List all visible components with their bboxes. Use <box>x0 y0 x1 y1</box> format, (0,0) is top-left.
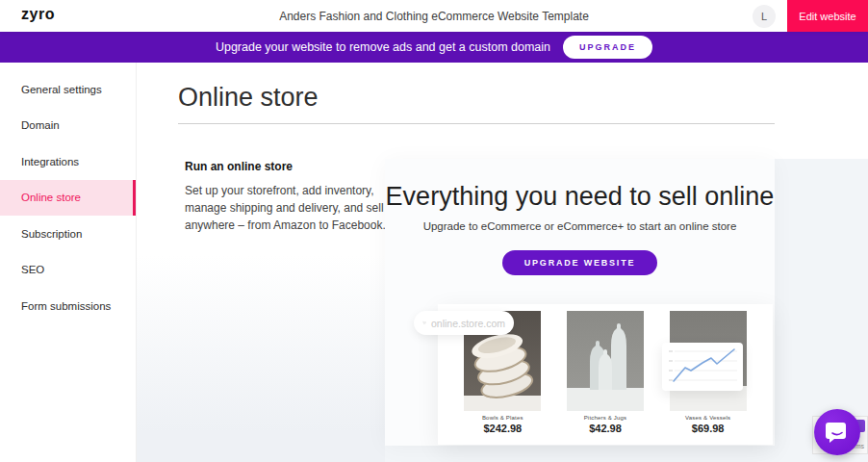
main-content: Online store Run an online store Set up … <box>137 63 868 462</box>
banner-message: Upgrade your website to remove ads and g… <box>216 40 550 54</box>
product-name: Pitchers & Jugs <box>567 415 644 421</box>
site-title: Anders Fashion and Clothing eCommerce We… <box>0 10 868 23</box>
intro-body: Set up your storefront, add inventory, m… <box>185 182 387 234</box>
sidebar-item-online-store[interactable]: Online store <box>0 180 136 217</box>
chat-widget-button[interactable] <box>814 409 860 455</box>
product-item-pitchers: Pitchers & Jugs $42.98 <box>567 311 644 445</box>
title-divider <box>178 123 775 124</box>
sales-sparkline-chart <box>662 343 743 391</box>
promo-subheading: Upgrade to eCommerce or eCommerce+ to st… <box>385 220 775 232</box>
sidebar-item-general-settings[interactable]: General settings <box>0 71 136 108</box>
sales-chart-card <box>662 343 743 391</box>
chat-bubble-icon <box>825 420 850 445</box>
product-price: $69.98 <box>670 423 747 434</box>
banner-upgrade-button[interactable]: UPGRADE <box>563 36 652 59</box>
intro-heading: Run an online store <box>185 160 387 173</box>
settings-sidebar: General settings Domain Integrations Onl… <box>0 63 137 462</box>
sidebar-item-domain[interactable]: Domain <box>0 108 136 144</box>
product-name: Bowls & Plates <box>464 415 541 421</box>
sidebar-item-form-submissions[interactable]: Form submissions <box>0 288 136 324</box>
sidebar-item-subscription[interactable]: Subscription <box>0 216 136 252</box>
top-bar: zyro Anders Fashion and Clothing eCommer… <box>0 0 868 32</box>
promo-region: Everything you need to sell online Upgra… <box>385 159 868 462</box>
sidebar-item-seo[interactable]: SEO <box>0 252 136 289</box>
product-image-pitchers-jugs <box>567 311 644 411</box>
sidebar-item-integrations[interactable]: Integrations <box>0 143 136 180</box>
cart-icon <box>422 317 426 329</box>
product-name: Vases & Vessels <box>670 415 747 421</box>
product-price: $42.98 <box>567 423 644 434</box>
upgrade-banner: Upgrade your website to remove ads and g… <box>0 32 868 63</box>
intro-block: Run an online store Set up your storefro… <box>185 160 387 234</box>
sparkline-line <box>674 349 734 381</box>
promo-heading: Everything you need to sell online <box>385 182 775 212</box>
edit-website-button[interactable]: Edit website <box>787 0 868 32</box>
user-avatar[interactable]: L <box>753 5 776 28</box>
page-title: Online store <box>178 83 319 113</box>
store-address-text: online.store.com <box>431 318 505 329</box>
ecommerce-promo-card: Everything you need to sell online Upgra… <box>385 159 775 446</box>
upgrade-website-button[interactable]: UPGRADE WEBSITE <box>502 250 658 275</box>
product-price: $242.98 <box>464 423 541 434</box>
page-bottom-fade <box>137 255 385 462</box>
store-address-pill: online.store.com <box>414 311 514 335</box>
